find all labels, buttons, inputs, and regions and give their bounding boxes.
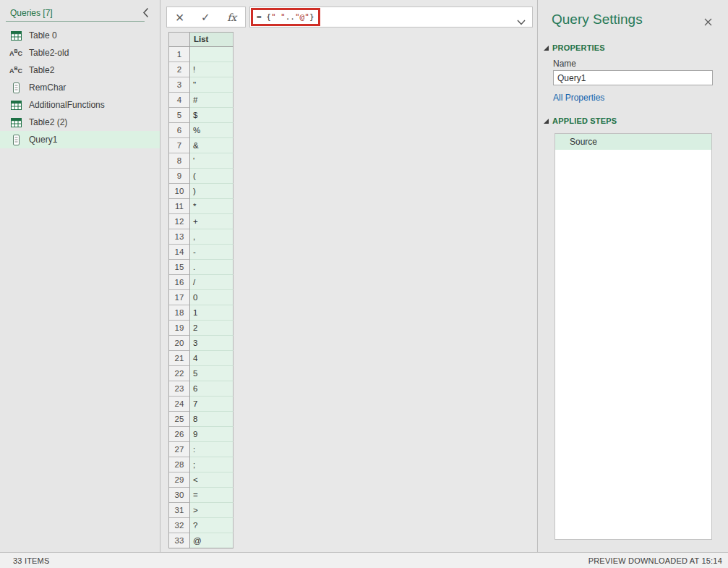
cancel-icon[interactable]: × [176, 10, 184, 25]
list-cell[interactable]: > [190, 503, 234, 518]
row-number[interactable]: 8 [169, 153, 190, 169]
list-cell[interactable]: : [190, 442, 234, 457]
row-number[interactable]: 24 [169, 397, 190, 412]
row-number[interactable]: 3 [169, 77, 190, 93]
list-cell[interactable]: = [190, 488, 234, 503]
queries-header-rule [6, 21, 145, 22]
row-number[interactable]: 11 [169, 199, 190, 214]
row-number[interactable]: 10 [169, 184, 190, 199]
list-cell[interactable]: 9 [190, 427, 234, 442]
list-cell[interactable]: @ [190, 533, 234, 548]
list-cell[interactable]: # [190, 93, 234, 108]
table-row: 28; [169, 457, 234, 472]
table-icon [10, 31, 22, 41]
row-number[interactable]: 18 [169, 305, 190, 321]
table-row: 31> [169, 503, 234, 518]
row-number[interactable]: 26 [169, 427, 190, 442]
row-number[interactable]: 4 [169, 93, 190, 108]
row-number[interactable]: 20 [169, 336, 190, 351]
query-label: Query1 [29, 135, 57, 145]
row-number[interactable]: 16 [169, 275, 190, 290]
list-cell[interactable]: ! [190, 62, 234, 77]
chevron-down-icon[interactable] [517, 15, 526, 28]
list-cell[interactable]: - [190, 245, 234, 260]
all-properties-link[interactable]: All Properties [553, 93, 604, 103]
list-cell[interactable]: , [190, 229, 234, 245]
row-number[interactable]: 30 [169, 488, 190, 503]
row-number[interactable]: 7 [169, 138, 190, 153]
row-number[interactable]: 29 [169, 472, 190, 488]
list-cell[interactable]: 8 [190, 412, 234, 427]
row-number[interactable]: 13 [169, 229, 190, 245]
grid-corner-cell[interactable] [169, 33, 190, 47]
row-number[interactable]: 9 [169, 169, 190, 184]
row-number[interactable]: 17 [169, 290, 190, 305]
row-number[interactable]: 12 [169, 214, 190, 229]
applied-steps-section-header[interactable]: APPLIED STEPS [544, 116, 617, 125]
list-cell[interactable]: ? [190, 518, 234, 533]
row-number[interactable]: 33 [169, 533, 190, 548]
row-number[interactable]: 28 [169, 457, 190, 472]
list-cell[interactable]: " [190, 77, 234, 93]
list-cell[interactable]: + [190, 214, 234, 229]
list-cell[interactable]: 0 [190, 290, 234, 305]
status-bar: 33 ITEMS PREVIEW DOWNLOADED AT 15:14 [0, 552, 728, 568]
queries-pane-title[interactable]: Queries [7] [10, 8, 53, 18]
list-cell[interactable]: * [190, 199, 234, 214]
sidebar-item-table2[interactable]: ABCTable2 [0, 62, 160, 79]
list-cell[interactable]: 5 [190, 366, 234, 381]
table-row: 258 [169, 412, 234, 427]
row-number[interactable]: 1 [169, 47, 190, 62]
query-name-input[interactable] [553, 70, 713, 85]
row-number[interactable]: 19 [169, 321, 190, 336]
row-number[interactable]: 5 [169, 108, 190, 123]
list-cell[interactable]: ' [190, 153, 234, 169]
list-cell[interactable]: 4 [190, 351, 234, 366]
row-number[interactable]: 22 [169, 366, 190, 381]
list-cell[interactable]: / [190, 275, 234, 290]
chevron-left-icon[interactable] [142, 7, 154, 20]
table-row: 10) [169, 184, 234, 199]
row-number[interactable]: 6 [169, 123, 190, 138]
abc-icon: ABC [10, 66, 22, 75]
row-number[interactable]: 25 [169, 412, 190, 427]
list-cell[interactable]: & [190, 138, 234, 153]
list-cell[interactable]: 2 [190, 321, 234, 336]
row-number[interactable]: 27 [169, 442, 190, 457]
list-cell[interactable] [190, 47, 234, 62]
close-icon[interactable] [704, 16, 712, 29]
sidebar-item-table2-2[interactable]: Table2 (2) [0, 114, 160, 131]
row-number[interactable]: 14 [169, 245, 190, 260]
row-number[interactable]: 32 [169, 518, 190, 533]
row-number[interactable]: 2 [169, 62, 190, 77]
list-cell[interactable]: $ [190, 108, 234, 123]
sidebar-item-additionalfunctions[interactable]: AdditionalFunctions [0, 96, 160, 114]
list-cell[interactable]: . [190, 260, 234, 275]
applied-step-source[interactable]: Source [555, 134, 711, 150]
check-icon[interactable]: ✓ [201, 12, 210, 22]
sidebar-item-query1[interactable]: Query1 [0, 131, 160, 148]
row-number[interactable]: 31 [169, 503, 190, 518]
list-cell[interactable]: 7 [190, 397, 234, 412]
list-cell[interactable]: 1 [190, 305, 234, 321]
sidebar-item-remchar[interactable]: RemChar [0, 79, 160, 96]
list-cell[interactable]: ( [190, 169, 234, 184]
sidebar-item-table2-old[interactable]: ABCTable2-old [0, 44, 160, 62]
list-cell[interactable]: < [190, 472, 234, 488]
list-cell[interactable]: 3 [190, 336, 234, 351]
sidebar-item-table-0[interactable]: Table 0 [0, 27, 160, 44]
list-cell[interactable]: ) [190, 184, 234, 199]
list-cell[interactable]: 6 [190, 381, 234, 397]
expander-triangle-icon [544, 46, 549, 51]
row-number[interactable]: 23 [169, 381, 190, 397]
table-row: 2! [169, 62, 234, 77]
formula-input[interactable]: = {" ".."@"} [249, 7, 533, 27]
list-column-header[interactable]: List [190, 33, 234, 47]
list-cell[interactable]: ; [190, 457, 234, 472]
row-number[interactable]: 15 [169, 260, 190, 275]
properties-section-header[interactable]: PROPERTIES [544, 43, 605, 52]
table-row: 225 [169, 366, 234, 381]
row-number[interactable]: 21 [169, 351, 190, 366]
list-cell[interactable]: % [190, 123, 234, 138]
fx-icon[interactable]: fx [227, 12, 236, 22]
